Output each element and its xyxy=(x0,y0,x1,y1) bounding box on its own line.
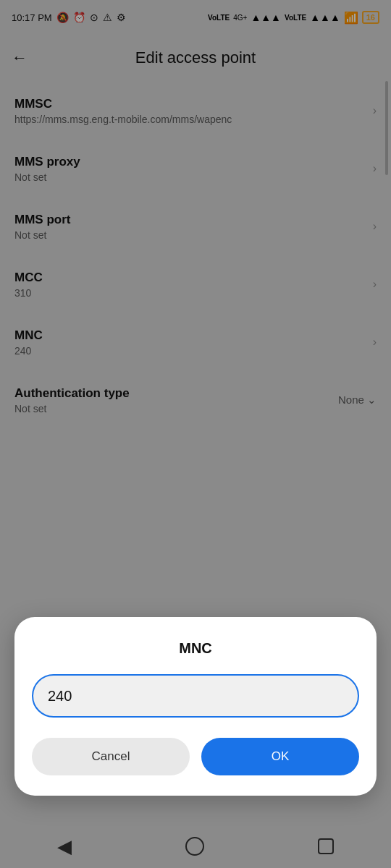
dialog-input-wrap xyxy=(32,674,359,718)
dialog-buttons: Cancel OK xyxy=(32,738,359,775)
mnc-dialog: MNC Cancel OK xyxy=(14,617,377,796)
ok-button[interactable]: OK xyxy=(201,738,359,775)
cancel-button[interactable]: Cancel xyxy=(32,738,190,775)
mnc-input[interactable] xyxy=(48,688,343,705)
dialog-title: MNC xyxy=(32,640,359,657)
